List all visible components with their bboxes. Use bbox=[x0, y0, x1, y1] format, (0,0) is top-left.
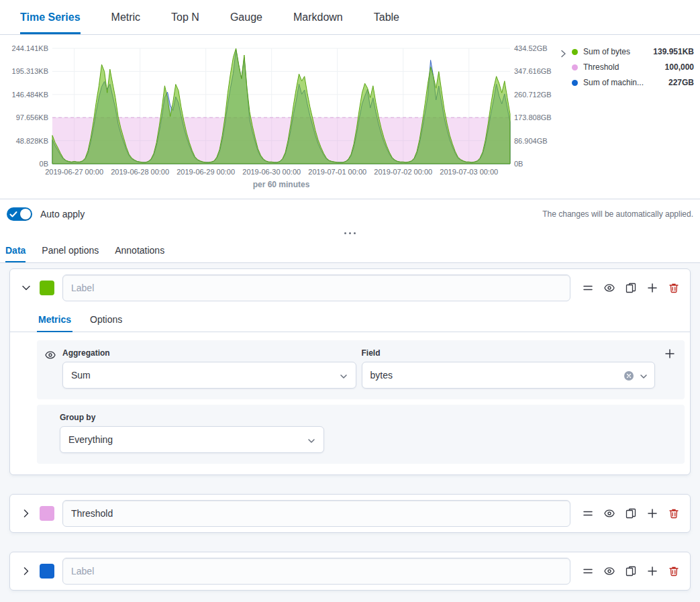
group-by-value: Everything bbox=[68, 434, 113, 445]
series-card-3 bbox=[9, 552, 691, 591]
series-label-input[interactable] bbox=[62, 558, 570, 585]
chevron-down-icon bbox=[640, 372, 648, 383]
legend-value: 139.951KB bbox=[653, 47, 694, 56]
eye-icon[interactable] bbox=[604, 283, 615, 293]
series-card-header bbox=[10, 495, 690, 532]
svg-text:195.313KB: 195.313KB bbox=[12, 67, 48, 75]
tsvb-editor: Time Series Metric Top N Gauge Markdown … bbox=[0, 0, 700, 602]
legend-value: 227GB bbox=[668, 78, 694, 87]
eye-icon[interactable] bbox=[45, 350, 56, 360]
svg-text:48.828KB: 48.828KB bbox=[16, 137, 48, 145]
metrics-body: Aggregation Sum Field bytes bbox=[10, 332, 690, 474]
svg-text:2019-07-02 00:00: 2019-07-02 00:00 bbox=[374, 168, 432, 176]
add-series-icon[interactable] bbox=[647, 508, 658, 519]
eye-icon[interactable] bbox=[604, 566, 615, 576]
clone-icon[interactable] bbox=[626, 283, 636, 293]
legend-item[interactable]: Sum of machin... 227GB bbox=[572, 78, 694, 87]
resize-dot-icon bbox=[354, 232, 356, 234]
tab-markdown[interactable]: Markdown bbox=[293, 0, 343, 34]
legend-collapse-chevron-icon[interactable] bbox=[557, 48, 569, 60]
tab-metrics[interactable]: Metrics bbox=[37, 307, 72, 332]
series-card-2 bbox=[9, 494, 691, 533]
legend-label: Threshold bbox=[583, 62, 660, 72]
tab-metric[interactable]: Metric bbox=[111, 0, 141, 34]
svg-text:260.712GB: 260.712GB bbox=[514, 91, 552, 99]
aggregation-field: Aggregation Sum bbox=[62, 348, 356, 389]
series-actions bbox=[583, 508, 679, 519]
aggregation-grid: Aggregation Sum Field bytes bbox=[62, 348, 655, 389]
series-label-input[interactable] bbox=[62, 274, 570, 301]
series-color-swatch[interactable] bbox=[40, 281, 54, 295]
svg-text:146.484KB: 146.484KB bbox=[12, 91, 48, 99]
aggregation-row: Aggregation Sum Field bytes bbox=[37, 340, 685, 399]
add-series-icon[interactable] bbox=[647, 566, 658, 576]
timeseries-chart[interactable]: 0B0B48.828KB86.904GB97.656KB173.808GB146… bbox=[0, 38, 564, 180]
svg-text:2019-06-30 00:00: 2019-06-30 00:00 bbox=[242, 168, 301, 176]
series-color-swatch[interactable] bbox=[40, 506, 54, 521]
auto-apply-label: Auto apply bbox=[40, 209, 85, 219]
legend-dot-green bbox=[572, 49, 578, 55]
delete-series-icon[interactable] bbox=[668, 508, 679, 519]
svg-text:97.656KB: 97.656KB bbox=[16, 113, 48, 121]
svg-text:434.52GB: 434.52GB bbox=[514, 44, 548, 52]
resize-dot-icon bbox=[349, 232, 351, 234]
combo-controls bbox=[623, 370, 648, 383]
tab-table[interactable]: Table bbox=[374, 0, 399, 34]
group-by-select[interactable]: Everything bbox=[60, 426, 324, 453]
group-by-label: Group by bbox=[60, 413, 95, 422]
svg-text:0B: 0B bbox=[514, 160, 523, 168]
auto-apply-toggle[interactable] bbox=[7, 207, 32, 221]
legend-label: Sum of bytes bbox=[583, 47, 648, 56]
chevron-down-icon bbox=[307, 436, 315, 447]
tab-panel-options[interactable]: Panel options bbox=[42, 238, 99, 262]
resize-dot-icon bbox=[344, 232, 346, 234]
auto-apply-hint: The changes will be automatically applie… bbox=[542, 209, 693, 219]
aggregation-label: Aggregation bbox=[62, 348, 356, 358]
legend-dot-blue bbox=[572, 80, 578, 86]
legend-dot-pink bbox=[572, 64, 578, 70]
clone-icon[interactable] bbox=[626, 508, 636, 519]
chevron-right-icon[interactable] bbox=[21, 566, 32, 576]
chart-preview: 0B0B48.828KB86.904GB97.656KB173.808GB146… bbox=[0, 35, 700, 199]
panel-resize-handle[interactable] bbox=[0, 228, 700, 238]
legend-label: Sum of machin... bbox=[583, 78, 663, 87]
legend-item[interactable]: Sum of bytes 139.951KB bbox=[572, 47, 694, 56]
series-color-swatch[interactable] bbox=[40, 564, 54, 579]
field-value: bytes bbox=[370, 370, 393, 381]
svg-text:173.808GB: 173.808GB bbox=[514, 113, 552, 121]
tab-time-series[interactable]: Time Series bbox=[20, 0, 81, 34]
svg-text:2019-06-28 00:00: 2019-06-28 00:00 bbox=[111, 168, 169, 176]
aggregation-select[interactable]: Sum bbox=[62, 362, 356, 389]
aggregation-value: Sum bbox=[71, 370, 91, 381]
eye-icon[interactable] bbox=[604, 508, 615, 519]
series-label-input[interactable] bbox=[62, 500, 570, 527]
chevron-right-icon[interactable] bbox=[21, 508, 32, 519]
add-metric-icon[interactable] bbox=[664, 348, 675, 359]
svg-text:0B: 0B bbox=[40, 160, 48, 168]
tab-top-n[interactable]: Top N bbox=[171, 0, 199, 34]
legend-item[interactable]: Threshold 100,000 bbox=[572, 62, 694, 72]
series-card-1: Metrics Options Aggregation Sum bbox=[9, 268, 691, 475]
chevron-down-icon[interactable] bbox=[21, 283, 32, 293]
series-actions bbox=[583, 566, 679, 576]
svg-text:2019-06-27 00:00: 2019-06-27 00:00 bbox=[45, 168, 103, 176]
drag-handle-icon[interactable] bbox=[583, 283, 593, 293]
delete-series-icon[interactable] bbox=[668, 566, 679, 576]
drag-handle-icon[interactable] bbox=[583, 566, 593, 576]
tab-data[interactable]: Data bbox=[5, 238, 26, 262]
chevron-down-icon bbox=[340, 372, 348, 383]
interval-label: per 60 minutes bbox=[253, 180, 310, 189]
chart-legend: Sum of bytes 139.951KB Threshold 100,000… bbox=[572, 47, 694, 87]
add-series-icon[interactable] bbox=[647, 283, 658, 293]
drag-handle-icon[interactable] bbox=[583, 508, 593, 519]
series-card-header bbox=[10, 269, 690, 307]
svg-text:2019-06-29 00:00: 2019-06-29 00:00 bbox=[177, 168, 235, 176]
clear-icon[interactable] bbox=[623, 370, 634, 383]
tab-gauge[interactable]: Gauge bbox=[230, 0, 262, 34]
tab-options[interactable]: Options bbox=[89, 307, 123, 332]
field-combobox[interactable]: bytes bbox=[362, 362, 656, 389]
clone-icon[interactable] bbox=[626, 566, 636, 576]
tab-annotations[interactable]: Annotations bbox=[115, 238, 164, 262]
delete-series-icon[interactable] bbox=[668, 283, 679, 293]
editor-tabs: Data Panel options Annotations bbox=[0, 238, 700, 263]
